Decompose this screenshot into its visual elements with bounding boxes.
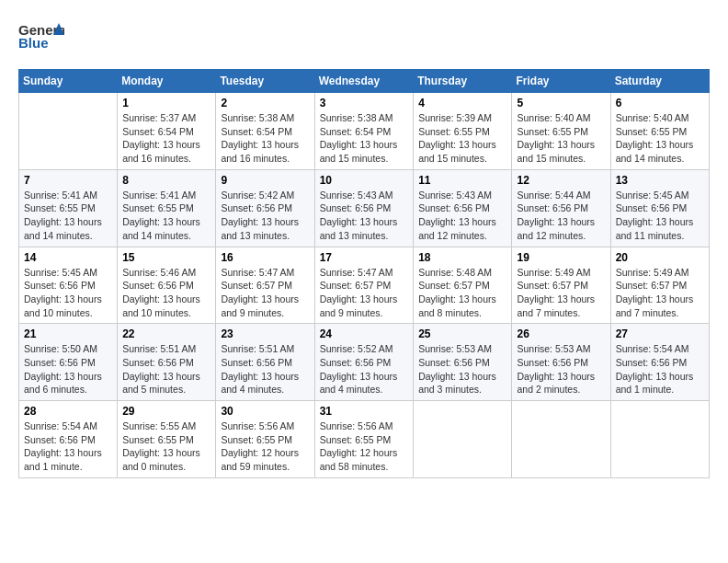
calendar-cell: 4Sunrise: 5:39 AMSunset: 6:55 PMDaylight…	[414, 93, 512, 170]
calendar-cell	[512, 401, 610, 478]
day-number: 26	[517, 327, 605, 340]
day-info: Sunrise: 5:41 AMSunset: 6:55 PMDaylight:…	[122, 189, 210, 243]
calendar-table: SundayMondayTuesdayWednesdayThursdayFrid…	[18, 69, 710, 478]
day-info: Sunrise: 5:54 AMSunset: 6:56 PMDaylight:…	[616, 342, 704, 396]
day-number: 24	[320, 327, 409, 340]
day-number: 13	[616, 174, 704, 187]
logo-icon: General Blue	[18, 18, 64, 60]
calendar-cell: 27Sunrise: 5:54 AMSunset: 6:56 PMDayligh…	[610, 324, 709, 401]
day-info: Sunrise: 5:49 AMSunset: 6:57 PMDaylight:…	[616, 266, 704, 320]
day-number: 31	[320, 405, 409, 418]
calendar-cell: 5Sunrise: 5:40 AMSunset: 6:55 PMDaylight…	[512, 93, 610, 170]
calendar-cell: 10Sunrise: 5:43 AMSunset: 6:56 PMDayligh…	[314, 169, 414, 247]
day-info: Sunrise: 5:56 AMSunset: 6:55 PMDaylight:…	[221, 419, 309, 474]
day-number: 23	[221, 327, 309, 340]
calendar-cell	[414, 401, 512, 478]
day-number: 18	[418, 251, 506, 264]
day-info: Sunrise: 5:40 AMSunset: 6:55 PMDaylight:…	[517, 111, 605, 166]
day-number: 21	[24, 327, 112, 340]
day-info: Sunrise: 5:48 AMSunset: 6:57 PMDaylight:…	[418, 266, 506, 320]
calendar-week-4: 21Sunrise: 5:50 AMSunset: 6:56 PMDayligh…	[19, 324, 710, 401]
day-info: Sunrise: 5:52 AMSunset: 6:56 PMDaylight:…	[320, 342, 409, 396]
day-info: Sunrise: 5:43 AMSunset: 6:56 PMDaylight:…	[418, 189, 506, 243]
day-info: Sunrise: 5:54 AMSunset: 6:56 PMDaylight:…	[24, 419, 112, 474]
calendar-week-1: 1Sunrise: 5:37 AMSunset: 6:54 PMDaylight…	[19, 93, 710, 170]
calendar-cell: 17Sunrise: 5:47 AMSunset: 6:57 PMDayligh…	[314, 247, 414, 324]
calendar-body: 1Sunrise: 5:37 AMSunset: 6:54 PMDaylight…	[19, 93, 710, 478]
day-number: 30	[221, 405, 309, 418]
calendar-cell: 11Sunrise: 5:43 AMSunset: 6:56 PMDayligh…	[414, 169, 512, 247]
calendar-cell	[19, 93, 118, 170]
calendar-cell: 2Sunrise: 5:38 AMSunset: 6:54 PMDaylight…	[216, 93, 314, 170]
day-number: 12	[517, 174, 605, 187]
weekday-header-wednesday: Wednesday	[314, 70, 414, 93]
day-info: Sunrise: 5:47 AMSunset: 6:57 PMDaylight:…	[320, 266, 409, 320]
weekday-header-saturday: Saturday	[610, 70, 709, 93]
page-header: General Blue	[18, 18, 710, 60]
day-number: 10	[320, 174, 409, 187]
day-number: 1	[122, 97, 210, 109]
calendar-cell: 3Sunrise: 5:38 AMSunset: 6:54 PMDaylight…	[314, 93, 414, 170]
calendar-cell: 8Sunrise: 5:41 AMSunset: 6:55 PMDaylight…	[118, 169, 216, 247]
day-number: 11	[418, 174, 506, 187]
svg-text:Blue: Blue	[18, 35, 49, 51]
day-number: 15	[122, 251, 210, 264]
weekday-header-sunday: Sunday	[19, 70, 118, 93]
weekday-header-tuesday: Tuesday	[216, 70, 314, 93]
day-info: Sunrise: 5:53 AMSunset: 6:56 PMDaylight:…	[517, 342, 605, 396]
day-number: 25	[418, 327, 506, 340]
day-number: 17	[320, 251, 409, 264]
calendar-cell: 19Sunrise: 5:49 AMSunset: 6:57 PMDayligh…	[512, 247, 610, 324]
day-number: 20	[616, 251, 704, 264]
day-info: Sunrise: 5:50 AMSunset: 6:56 PMDaylight:…	[24, 342, 112, 396]
calendar-cell: 15Sunrise: 5:46 AMSunset: 6:56 PMDayligh…	[118, 247, 216, 324]
calendar-cell: 30Sunrise: 5:56 AMSunset: 6:55 PMDayligh…	[216, 401, 314, 478]
calendar-cell: 21Sunrise: 5:50 AMSunset: 6:56 PMDayligh…	[19, 324, 118, 401]
calendar-cell	[610, 401, 709, 478]
calendar-cell: 20Sunrise: 5:49 AMSunset: 6:57 PMDayligh…	[610, 247, 709, 324]
day-number: 14	[24, 251, 112, 264]
logo: General Blue	[18, 18, 68, 60]
day-info: Sunrise: 5:51 AMSunset: 6:56 PMDaylight:…	[221, 342, 309, 396]
calendar-cell: 25Sunrise: 5:53 AMSunset: 6:56 PMDayligh…	[414, 324, 512, 401]
day-info: Sunrise: 5:39 AMSunset: 6:55 PMDaylight:…	[418, 111, 506, 166]
calendar-cell: 6Sunrise: 5:40 AMSunset: 6:55 PMDaylight…	[610, 93, 709, 170]
day-number: 5	[517, 97, 605, 109]
calendar-week-3: 14Sunrise: 5:45 AMSunset: 6:56 PMDayligh…	[19, 247, 710, 324]
day-info: Sunrise: 5:46 AMSunset: 6:56 PMDaylight:…	[122, 266, 210, 320]
weekday-header-friday: Friday	[512, 70, 610, 93]
day-number: 7	[24, 174, 112, 187]
day-info: Sunrise: 5:40 AMSunset: 6:55 PMDaylight:…	[616, 111, 704, 166]
day-number: 28	[24, 405, 112, 418]
day-number: 9	[221, 174, 309, 187]
day-info: Sunrise: 5:56 AMSunset: 6:55 PMDaylight:…	[320, 419, 409, 474]
day-info: Sunrise: 5:38 AMSunset: 6:54 PMDaylight:…	[320, 111, 409, 166]
day-info: Sunrise: 5:38 AMSunset: 6:54 PMDaylight:…	[221, 111, 309, 166]
day-info: Sunrise: 5:55 AMSunset: 6:55 PMDaylight:…	[122, 419, 210, 474]
calendar-cell: 29Sunrise: 5:55 AMSunset: 6:55 PMDayligh…	[118, 401, 216, 478]
day-number: 16	[221, 251, 309, 264]
calendar-cell: 24Sunrise: 5:52 AMSunset: 6:56 PMDayligh…	[314, 324, 414, 401]
day-number: 27	[616, 327, 704, 340]
calendar-week-2: 7Sunrise: 5:41 AMSunset: 6:55 PMDaylight…	[19, 169, 710, 247]
day-number: 3	[320, 97, 409, 109]
day-info: Sunrise: 5:42 AMSunset: 6:56 PMDaylight:…	[221, 189, 309, 243]
day-number: 22	[122, 327, 210, 340]
day-number: 19	[517, 251, 605, 264]
calendar-week-5: 28Sunrise: 5:54 AMSunset: 6:56 PMDayligh…	[19, 401, 710, 478]
day-number: 8	[122, 174, 210, 187]
day-number: 4	[418, 97, 506, 109]
calendar-cell: 26Sunrise: 5:53 AMSunset: 6:56 PMDayligh…	[512, 324, 610, 401]
day-info: Sunrise: 5:45 AMSunset: 6:56 PMDaylight:…	[616, 189, 704, 243]
weekday-header-monday: Monday	[118, 70, 216, 93]
calendar-cell: 23Sunrise: 5:51 AMSunset: 6:56 PMDayligh…	[216, 324, 314, 401]
day-number: 29	[122, 405, 210, 418]
day-info: Sunrise: 5:44 AMSunset: 6:56 PMDaylight:…	[517, 189, 605, 243]
calendar-cell: 18Sunrise: 5:48 AMSunset: 6:57 PMDayligh…	[414, 247, 512, 324]
calendar-cell: 12Sunrise: 5:44 AMSunset: 6:56 PMDayligh…	[512, 169, 610, 247]
day-info: Sunrise: 5:47 AMSunset: 6:57 PMDaylight:…	[221, 266, 309, 320]
day-info: Sunrise: 5:51 AMSunset: 6:56 PMDaylight:…	[122, 342, 210, 396]
day-info: Sunrise: 5:41 AMSunset: 6:55 PMDaylight:…	[24, 189, 112, 243]
day-number: 6	[616, 97, 704, 109]
calendar-cell: 1Sunrise: 5:37 AMSunset: 6:54 PMDaylight…	[118, 93, 216, 170]
